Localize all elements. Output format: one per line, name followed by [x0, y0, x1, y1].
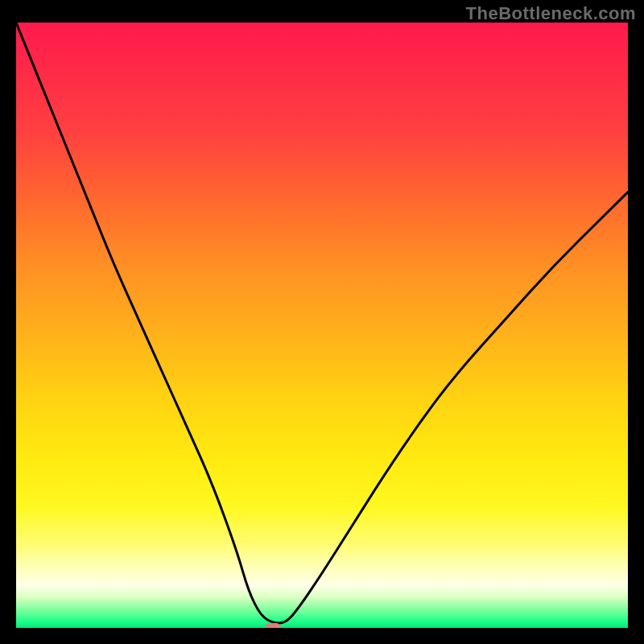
chart-frame: TheBottleneck.com [0, 0, 644, 644]
plot-area [16, 23, 628, 628]
bottleneck-curve [16, 23, 628, 628]
attribution-label: TheBottleneck.com [466, 3, 636, 24]
optimal-point-marker [265, 623, 281, 628]
